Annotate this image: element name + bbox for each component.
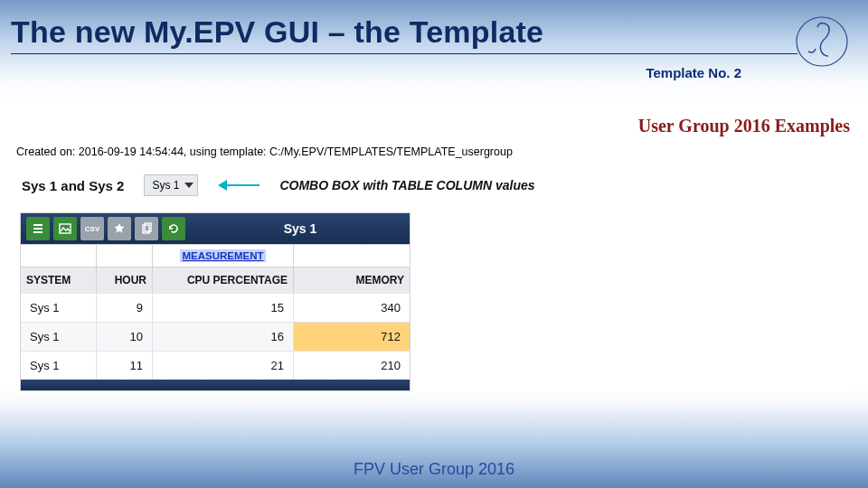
system-select[interactable]: Sys 1 <box>144 174 198 196</box>
image-icon[interactable] <box>53 217 77 240</box>
svg-rect-1 <box>33 224 42 226</box>
copy-icon[interactable] <box>135 217 158 240</box>
combo-annotation: COMBO BOX with TABLE COLUMN values <box>279 178 534 192</box>
table-column-headers: SYSTEM HOUR CPU PERCENTAGE MEMORY <box>21 267 410 293</box>
system-select-value: Sys 1 <box>152 179 179 192</box>
slide-footer: FPV User Group 2016 <box>0 460 868 479</box>
arrow-left-icon <box>218 180 259 191</box>
group-header-measurement[interactable]: MEASUREMENT <box>180 249 265 262</box>
chevron-down-icon <box>184 183 193 188</box>
cell-cpu: 16 <box>153 323 294 351</box>
cell-system: Sys 1 <box>21 352 97 380</box>
col-cpu[interactable]: CPU PERCENTAGE <box>153 267 294 293</box>
user-group-title: User Group 2016 Examples <box>13 108 855 142</box>
col-memory[interactable]: MEMORY <box>294 267 410 293</box>
logo-badge <box>790 9 854 72</box>
template-number-label: Template No. 2 <box>646 65 741 80</box>
cell-cpu: 15 <box>153 294 294 322</box>
title-underline <box>11 53 797 54</box>
table-footer-bar <box>21 380 410 390</box>
table-row: Sys 1 11 21 210 <box>21 351 410 380</box>
star-icon[interactable] <box>108 217 131 240</box>
list-icon[interactable] <box>26 217 50 240</box>
content-panel: User Group 2016 Examples Created on: 201… <box>13 108 855 391</box>
table-row: Sys 1 9 15 340 <box>21 293 410 322</box>
svg-rect-3 <box>33 231 42 233</box>
table-title: Sys 1 <box>191 213 410 244</box>
cell-memory: 340 <box>294 294 410 322</box>
data-table: CSV Sys 1 MEASUREMENT <box>20 212 410 391</box>
cell-system: Sys 1 <box>21 323 97 351</box>
svg-rect-4 <box>60 224 71 233</box>
table-row: Sys 1 10 16 712 <box>21 322 410 351</box>
cell-memory: 210 <box>294 352 410 380</box>
col-system[interactable]: SYSTEM <box>21 267 97 293</box>
cell-system: Sys 1 <box>21 294 97 322</box>
svg-rect-2 <box>33 228 42 230</box>
created-on-text: Created on: 2016-09-19 14:54:44, using t… <box>13 142 855 169</box>
cell-memory-highlight: 712 <box>294 323 410 351</box>
table-toolbar: CSV <box>21 213 191 244</box>
table-group-header-row: MEASUREMENT <box>21 244 410 267</box>
cell-cpu: 21 <box>153 352 294 380</box>
slide-title-text: The new My.EPV GUI – the Template <box>11 14 543 49</box>
cell-hour: 10 <box>97 323 153 351</box>
slide-title: The new My.EPV GUI – the Template <box>11 14 797 54</box>
cell-hour: 9 <box>97 294 153 322</box>
table-header-bar: CSV Sys 1 <box>21 213 410 244</box>
col-hour[interactable]: HOUR <box>97 267 153 293</box>
refresh-icon[interactable] <box>162 217 185 240</box>
cell-hour: 11 <box>97 352 153 380</box>
combo-row: Sys 1 and Sys 2 Sys 1 COMBO BOX with TAB… <box>13 169 855 212</box>
table-body: Sys 1 9 15 340 Sys 1 10 16 712 Sys 1 11 … <box>21 293 410 380</box>
csv-icon[interactable]: CSV <box>80 217 104 240</box>
combo-label: Sys 1 and Sys 2 <box>22 178 124 193</box>
